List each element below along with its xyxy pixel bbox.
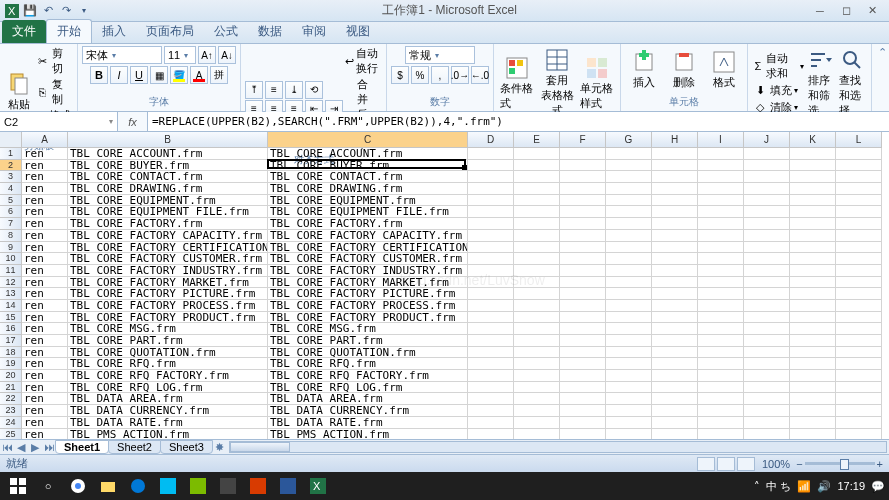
cell[interactable] — [468, 148, 514, 160]
cell[interactable] — [468, 393, 514, 405]
cell[interactable] — [606, 206, 652, 218]
cell[interactable] — [698, 148, 744, 160]
close-button[interactable]: ✕ — [859, 2, 885, 20]
cell[interactable] — [790, 382, 836, 394]
cell[interactable]: TBL_CORE_RFQ_LOG.frm — [268, 382, 468, 394]
cell[interactable] — [514, 242, 560, 254]
cell[interactable] — [514, 160, 560, 172]
cell[interactable] — [606, 370, 652, 382]
cell[interactable] — [698, 230, 744, 242]
cell[interactable]: ren — [22, 382, 68, 394]
cell[interactable] — [790, 218, 836, 230]
cell[interactable] — [698, 393, 744, 405]
cell[interactable] — [790, 195, 836, 207]
cell[interactable] — [514, 323, 560, 335]
row-header[interactable]: 17 — [0, 335, 22, 347]
border-button[interactable]: ▦ — [150, 66, 168, 84]
cell[interactable]: TBL_CORE_RFQ.frm — [68, 358, 268, 370]
cell[interactable] — [514, 382, 560, 394]
row-header[interactable]: 7 — [0, 218, 22, 230]
cells-area[interactable]: renTBL_CORE_ACCOUNT.frmTBL_CORE_ACCOUNT.… — [22, 148, 889, 439]
cell[interactable]: TBL_DATA_CURRENCY.frm — [268, 405, 468, 417]
cell[interactable] — [744, 405, 790, 417]
ribbon-tab-视图[interactable]: 视图 — [336, 20, 380, 43]
cell[interactable] — [698, 382, 744, 394]
cell[interactable]: TBL_CORE_PART.frm — [268, 335, 468, 347]
cell[interactable]: TBL_CORE_CONTACT.frm — [268, 171, 468, 183]
cell[interactable]: ren — [22, 206, 68, 218]
find-select-button[interactable]: 查找和选择 — [837, 46, 867, 120]
cell[interactable] — [652, 265, 698, 277]
cell[interactable] — [790, 242, 836, 254]
cell[interactable] — [514, 218, 560, 230]
row-header[interactable]: 13 — [0, 288, 22, 300]
cell[interactable] — [560, 358, 606, 370]
cell[interactable] — [560, 405, 606, 417]
cell[interactable] — [744, 253, 790, 265]
cell[interactable] — [468, 195, 514, 207]
align-middle-button[interactable]: ≡ — [265, 81, 283, 99]
cell[interactable] — [698, 405, 744, 417]
fill-button[interactable]: ⬇填充▾ — [752, 82, 804, 98]
new-sheet-button[interactable]: ✸ — [213, 441, 227, 454]
cell[interactable] — [652, 417, 698, 429]
cell[interactable]: TBL_CORE_FACTORY_MARKET.frm — [268, 277, 468, 289]
cell[interactable]: TBL_DATA_AREA.frm — [68, 393, 268, 405]
cell[interactable]: ren — [22, 335, 68, 347]
zoom-slider[interactable] — [805, 462, 875, 465]
cell[interactable] — [514, 183, 560, 195]
cell[interactable] — [468, 265, 514, 277]
cell[interactable] — [652, 312, 698, 324]
cell[interactable] — [560, 429, 606, 440]
cell[interactable] — [836, 358, 882, 370]
cell[interactable]: TBL_DATA_AREA.frm — [268, 393, 468, 405]
cell[interactable] — [606, 405, 652, 417]
cell[interactable] — [514, 358, 560, 370]
cell[interactable] — [468, 230, 514, 242]
cell[interactable] — [652, 335, 698, 347]
cell[interactable] — [744, 358, 790, 370]
ribbon-tab-审阅[interactable]: 审阅 — [292, 20, 336, 43]
cell[interactable] — [468, 242, 514, 254]
cell[interactable] — [698, 335, 744, 347]
cell[interactable]: TBL_CORE_FACTORY_MARKET.frm — [68, 277, 268, 289]
cell[interactable] — [468, 335, 514, 347]
cell[interactable] — [514, 405, 560, 417]
cell[interactable] — [790, 405, 836, 417]
cell[interactable]: TBL_CORE_FACTORY_PICTURE.frm — [68, 288, 268, 300]
cell[interactable] — [606, 393, 652, 405]
cell[interactable] — [514, 417, 560, 429]
cell[interactable] — [790, 347, 836, 359]
cell[interactable] — [514, 335, 560, 347]
cell[interactable] — [698, 347, 744, 359]
cell[interactable] — [698, 429, 744, 440]
cell[interactable] — [560, 312, 606, 324]
cell[interactable] — [606, 195, 652, 207]
cell[interactable] — [698, 370, 744, 382]
cell[interactable]: TBL_CORE_EQUIPMENT_FILE.frm — [68, 206, 268, 218]
chrome-icon[interactable] — [64, 474, 92, 498]
ribbon-tab-数据[interactable]: 数据 — [248, 20, 292, 43]
row-header[interactable]: 9 — [0, 242, 22, 254]
cell[interactable] — [698, 312, 744, 324]
cell[interactable]: TBL_CORE_RFQ_LOG.frm — [68, 382, 268, 394]
cell[interactable] — [560, 288, 606, 300]
cell[interactable] — [606, 312, 652, 324]
notifications-icon[interactable]: 💬 — [871, 480, 885, 493]
cell[interactable]: TBL_CORE_FACTORY_PROCESS.frm — [68, 300, 268, 312]
cell[interactable] — [560, 206, 606, 218]
cell[interactable]: TBL_DATA_CURRENCY.frm — [68, 405, 268, 417]
cell[interactable] — [560, 265, 606, 277]
cell[interactable] — [606, 347, 652, 359]
volume-icon[interactable]: 🔊 — [817, 480, 831, 493]
undo-icon[interactable]: ↶ — [40, 3, 56, 19]
column-header-A[interactable]: A — [22, 132, 68, 148]
cell[interactable] — [514, 393, 560, 405]
cell[interactable] — [836, 300, 882, 312]
cell[interactable]: TBL_PMS_ACTION.frm — [268, 429, 468, 440]
cell[interactable] — [790, 277, 836, 289]
cell[interactable]: ren — [22, 405, 68, 417]
cell[interactable] — [790, 206, 836, 218]
save-icon[interactable]: 💾 — [22, 3, 38, 19]
cell[interactable] — [468, 160, 514, 172]
